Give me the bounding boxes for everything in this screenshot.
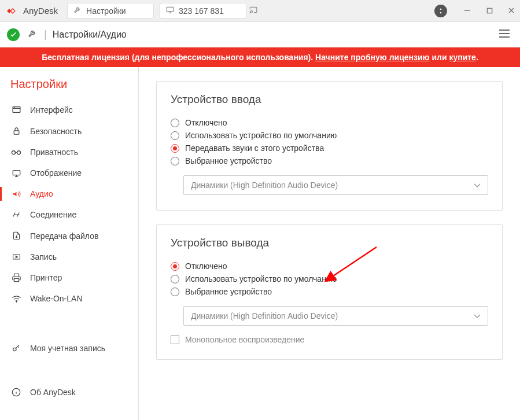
sidebar-item-account[interactable]: Моя учетная запись xyxy=(0,338,138,359)
cast-icon[interactable] xyxy=(249,6,258,16)
printer-icon xyxy=(10,273,22,282)
banner-link-buy[interactable]: купите xyxy=(449,53,476,62)
status-badge-icon[interactable] xyxy=(434,5,447,17)
select-value: Динамики (High Definition Audio Device) xyxy=(191,311,338,320)
chevron-down-icon xyxy=(474,311,481,320)
sidebar-item-filetransfer[interactable]: Передача файлов xyxy=(0,225,138,246)
radio-label: Передавать звуки с этого устройства xyxy=(185,143,324,153)
radio-label: Выбранное устройство xyxy=(185,156,272,165)
tab-label: 323 167 831 xyxy=(179,6,224,16)
svg-rect-7 xyxy=(13,170,20,175)
sidebar-item-label: Отображение xyxy=(30,168,82,178)
svg-rect-4 xyxy=(14,131,19,134)
filetransfer-icon xyxy=(10,231,22,241)
maximize-button[interactable] xyxy=(485,7,493,15)
radio-label: Использовать устройство по умолчанию xyxy=(185,274,337,283)
sidebar-item-label: Соединение xyxy=(30,210,76,219)
hamburger-menu-icon[interactable] xyxy=(499,30,510,39)
radio-label: Использовать устройство по умолчанию xyxy=(185,131,337,140)
sidebar-item-label: Принтер xyxy=(30,273,62,282)
close-button[interactable] xyxy=(507,7,515,15)
svg-point-6 xyxy=(17,151,21,154)
radio-input-selected[interactable]: Выбранное устройство xyxy=(171,154,488,167)
breadcrumb: Настройки/Аудио xyxy=(53,30,127,40)
svg-rect-0 xyxy=(167,7,174,12)
titlebar: AnyDesk Настройки 323 167 831 xyxy=(0,0,520,22)
radio-label: Отключено xyxy=(185,261,227,271)
radio-input-transmit[interactable]: Передавать звуки с этого устройства xyxy=(171,142,488,154)
key-icon xyxy=(10,344,22,353)
radio-output-selected[interactable]: Выбранное устройство xyxy=(171,285,488,298)
sidebar-item-about[interactable]: Об AnyDesk xyxy=(0,382,138,403)
banner-link-trial[interactable]: Начните пробную лицензию xyxy=(315,53,429,62)
status-ok-icon xyxy=(7,28,20,41)
sidebar-item-label: Интерфейс xyxy=(30,105,73,115)
audio-icon xyxy=(10,190,22,198)
svg-point-10 xyxy=(16,301,16,302)
sidebar-item-label: Приватность xyxy=(30,148,78,157)
monitor-icon xyxy=(166,6,174,16)
sidebar-item-privacy[interactable]: Приватность xyxy=(0,142,138,163)
sidebar-item-printer[interactable]: Принтер xyxy=(0,267,138,288)
svg-rect-3 xyxy=(13,107,20,113)
radio-label: Выбранное устройство xyxy=(185,287,272,296)
minimize-button[interactable] xyxy=(463,7,471,15)
output-device-card: Устройство вывода Отключено Использовать… xyxy=(156,224,503,360)
card-title: Устройство вывода xyxy=(171,237,488,249)
wrench-icon xyxy=(28,29,37,40)
link-icon xyxy=(10,211,22,219)
sidebar-item-label: Запись xyxy=(30,252,57,261)
input-device-card: Устройство ввода Отключено Использовать … xyxy=(156,81,503,211)
sidebar-item-security[interactable]: Безопасность xyxy=(0,120,138,142)
sidebar-item-label: Об AnyDesk xyxy=(30,388,76,397)
lock-icon xyxy=(10,126,22,136)
monitor-icon xyxy=(10,169,22,178)
toolbar: | Настройки/Аудио xyxy=(0,22,520,47)
tab-session[interactable]: 323 167 831 xyxy=(160,3,246,19)
banner-or: или xyxy=(432,53,447,62)
svg-point-5 xyxy=(12,151,16,154)
radio-output-default[interactable]: Использовать устройство по умолчанию xyxy=(171,272,488,285)
select-value: Динамики (High Definition Audio Device) xyxy=(191,180,338,190)
svg-rect-9 xyxy=(14,278,19,281)
sidebar-item-display[interactable]: Отображение xyxy=(0,163,138,183)
glasses-icon xyxy=(10,149,22,156)
chevron-down-icon xyxy=(474,180,481,190)
license-banner: Бесплатная лицензия (для непрофессиональ… xyxy=(0,47,520,67)
tab-settings[interactable]: Настройки xyxy=(67,3,154,19)
info-icon xyxy=(10,388,22,397)
wrench-icon xyxy=(73,6,82,16)
sidebar-item-interface[interactable]: Интерфейс xyxy=(0,99,138,120)
radio-output-disabled[interactable]: Отключено xyxy=(171,260,488,272)
radio-label: Отключено xyxy=(185,118,227,127)
sidebar-item-wol[interactable]: Wake-On-LAN xyxy=(0,288,138,309)
sidebar-item-label: Безопасность xyxy=(30,127,82,136)
sidebar-item-label: Моя учетная запись xyxy=(30,344,105,353)
wifi-icon xyxy=(10,294,22,303)
output-device-select[interactable]: Динамики (High Definition Audio Device) xyxy=(183,306,488,326)
svg-point-1 xyxy=(250,12,250,13)
interface-icon xyxy=(10,105,22,115)
radio-input-default[interactable]: Использовать устройство по умолчанию xyxy=(171,129,488,142)
input-device-select[interactable]: Динамики (High Definition Audio Device) xyxy=(183,175,488,195)
sidebar-item-label: Wake-On-LAN xyxy=(30,294,83,303)
sidebar-item-label: Аудио xyxy=(30,189,53,198)
record-icon xyxy=(10,253,22,261)
exclusive-playback-checkbox[interactable]: Монопольное воспроизведение xyxy=(171,335,488,344)
content: Устройство ввода Отключено Использовать … xyxy=(139,67,520,420)
tab-label: Настройки xyxy=(86,6,126,16)
svg-point-11 xyxy=(13,348,16,351)
sidebar-title: Настройки xyxy=(0,75,138,99)
anydesk-logo-icon xyxy=(5,4,19,18)
radio-input-disabled[interactable]: Отключено xyxy=(171,116,488,129)
sidebar: Настройки Интерфейс Безопасность Приватн… xyxy=(0,67,139,420)
sidebar-item-label: Передача файлов xyxy=(30,231,98,241)
checkbox-label: Монопольное воспроизведение xyxy=(185,335,304,344)
banner-text: Бесплатная лицензия (для непрофессиональ… xyxy=(42,53,313,62)
sidebar-item-audio[interactable]: Аудио xyxy=(0,183,138,204)
sidebar-item-connection[interactable]: Соединение xyxy=(0,204,138,225)
checkbox-icon xyxy=(171,336,179,344)
sidebar-item-record[interactable]: Запись xyxy=(0,246,138,267)
app-name: AnyDesk xyxy=(23,6,58,16)
svg-rect-2 xyxy=(487,8,492,13)
